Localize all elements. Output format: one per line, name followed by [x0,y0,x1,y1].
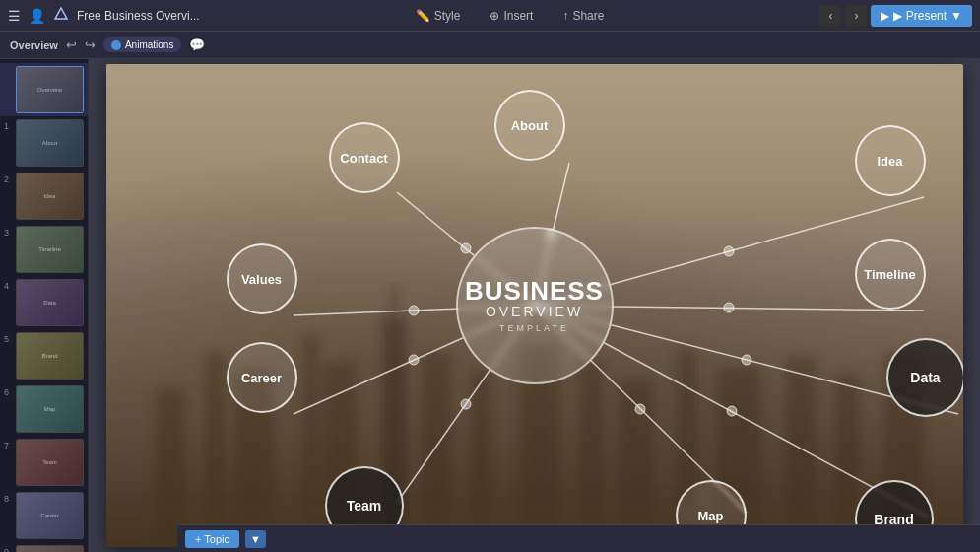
node-values[interactable]: Values [227,243,297,314]
slide-num-4: 4 [4,281,16,291]
top-bar: ☰ 👤 Free Business Overvi... ✏️ Style ⊕ I… [0,0,980,32]
svg-point-32 [724,303,734,312]
mini-slide-8: Career [17,493,83,538]
overview-label: Overview [10,39,58,51]
style-tab[interactable]: ✏️ Style [403,4,474,28]
add-topic-button[interactable]: + Topic [185,530,239,548]
topic-dropdown-button[interactable]: ▼ [245,530,266,548]
next-arrow[interactable]: › [845,5,867,27]
comment-icon[interactable]: 💬 [189,37,205,52]
slide-img-2: Idea [16,172,84,220]
slide-panel: Overview 1 About 2 Idea 3 Timeline 4 [0,59,89,552]
top-bar-right: ‹ › ▶ ▶ Present ▼ [819,5,972,27]
mini-slide-0: Overview [17,67,83,112]
canvas-area: BUSINESS OVERVIEW TEMPLATE About Contact… [89,59,980,552]
slide-canvas[interactable]: BUSINESS OVERVIEW TEMPLATE About Contact… [106,64,963,547]
slide-img-8: Career [16,492,84,539]
mini-slide-4: Data [17,280,83,325]
node-about[interactable]: About [494,90,565,161]
slide-img-4: Data [16,279,84,326]
slide-thumb-7[interactable]: 7 Team [0,436,88,489]
slide-thumb-2[interactable]: 2 Idea [0,170,88,223]
slide-img-3: Timeline [16,226,84,273]
undo-button[interactable]: ↩ [66,37,77,52]
center-title: BUSINESS [465,278,604,304]
mini-slide-5: Brand [17,333,83,379]
slide-num-7: 7 [4,441,16,450]
present-button[interactable]: ▶ ▶ Present ▼ [871,5,972,27]
hamburger-icon[interactable]: ☰ [8,8,21,24]
mini-label-2: Idea [42,191,58,201]
slide-num-1: 1 [4,121,16,131]
mini-label-5: Brand [39,351,59,361]
slide-thumb-1[interactable]: 1 About [0,116,88,170]
mini-label-4: Data [41,298,58,308]
svg-point-29 [461,243,471,253]
center-circle: BUSINESS OVERVIEW TEMPLATE [456,227,614,384]
center-template: TEMPLATE [499,323,569,333]
mini-label-3: Timeline [36,244,62,254]
svg-point-34 [742,355,751,365]
insert-tab[interactable]: ⊕ Insert [477,4,546,28]
app-title: Free Business Overvi... [77,9,200,23]
node-career[interactable]: Career [227,342,297,413]
slide-num-6: 6 [4,387,16,397]
insert-icon: ⊕ [490,9,499,23]
slide-num-2: 2 [4,174,16,184]
share-tab[interactable]: ↑ Share [550,4,617,28]
mini-slide-7: Team [17,440,83,485]
top-bar-left: ☰ 👤 Free Business Overvi... [8,6,200,25]
slide-img-1: About [16,119,84,167]
slide-img-7: Team [16,439,84,486]
svg-point-35 [461,399,471,409]
svg-point-37 [727,406,737,416]
account-icon[interactable]: 👤 [29,8,45,24]
mini-label-0: Overview [35,85,64,95]
mini-slide-3: Timeline [17,227,83,272]
slide-num-9: 9 [4,547,16,552]
slide-img-9: Values 3 [16,545,84,552]
animations-toggle[interactable]: Animations [103,37,181,52]
svg-point-31 [409,306,419,315]
present-icon: ▶ [881,9,889,23]
mini-slide-2: Idea [17,173,83,219]
slide-thumb-3[interactable]: 3 Timeline [0,223,88,276]
drive-icon [53,6,69,25]
node-timeline[interactable]: Timeline [855,239,926,310]
main-area: Overview 1 About 2 Idea 3 Timeline 4 [0,59,980,552]
bottom-bar: + Topic ▼ [177,524,980,552]
slide-num-3: 3 [4,228,16,238]
prev-arrow[interactable]: ‹ [819,5,841,27]
slide-thumb-5[interactable]: 5 Brand [0,329,88,382]
mini-label-1: About [40,138,60,148]
style-icon: ✏️ [416,9,430,23]
slide-img-6: Map [16,385,84,433]
slide-img-0: Overview [16,66,84,113]
slide-img-5: Brand [16,332,84,380]
share-icon: ↑ [562,9,568,23]
node-idea[interactable]: Idea [855,125,926,196]
slide-thumb-9[interactable]: 9 Values 3 [0,542,88,552]
mini-label-6: Map [42,404,58,414]
mini-slide-9: Values [17,546,83,552]
svg-point-33 [409,355,419,365]
mini-label-7: Team [40,457,59,467]
slide-thumb-0[interactable]: Overview [0,63,88,116]
toggle-dot [111,40,121,50]
present-dropdown-icon: ▼ [950,9,962,23]
redo-button[interactable]: ↪ [85,37,96,52]
slide-num-8: 8 [4,494,16,504]
center-subtitle: OVERVIEW [486,304,583,320]
slide-thumb-4[interactable]: 4 Data [0,276,88,329]
svg-point-30 [724,246,734,256]
slide-thumb-6[interactable]: 6 Map [0,382,88,436]
mini-slide-6: Map [17,386,83,432]
mini-label-8: Career [38,511,60,520]
node-data[interactable]: Data [886,338,963,417]
slide-thumb-8[interactable]: 8 Career [0,489,88,542]
node-contact[interactable]: Contact [329,122,400,193]
svg-point-36 [635,404,645,414]
mini-slide-1: About [17,120,83,166]
slide-num-5: 5 [4,334,16,344]
top-bar-center: ✏️ Style ⊕ Insert ↑ Share [403,4,618,28]
